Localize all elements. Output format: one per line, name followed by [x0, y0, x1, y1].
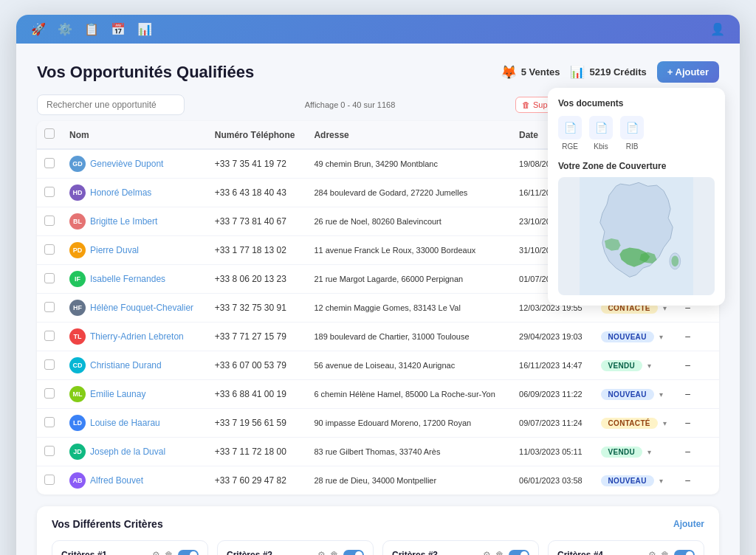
row-name[interactable]: Joseph de la Duval [90, 447, 165, 457]
doc-rge[interactable]: 📄 RGE [558, 116, 582, 151]
table-row: CD Christiane Durand +33 6 07 00 53 79 5… [37, 351, 719, 380]
criteria-trash-icon[interactable]: 🗑 [165, 550, 173, 555]
row-date: 09/07/2023 11:24 [512, 409, 594, 438]
row-status-badge: VENDU [601, 360, 643, 371]
criteria-trash-icon[interactable]: 🗑 [330, 550, 339, 555]
row-name-cell: BL Brigitte Le Imbert [62, 207, 207, 236]
row-checkbox-cell [37, 236, 62, 265]
row-name[interactable]: Emilie Launay [90, 389, 145, 399]
criteria-add-button[interactable]: Ajouter [673, 519, 704, 529]
row-checkbox[interactable] [44, 388, 55, 399]
row-date: 06/01/2023 03:58 [512, 466, 594, 495]
status-dropdown-icon[interactable]: ▾ [663, 419, 667, 427]
page-header: Vos Opportunités Qualifiées 🦊 5 Ventes 📊… [37, 61, 719, 83]
nav-user-icon[interactable]: 👤 [710, 22, 725, 36]
doc-rib[interactable]: 📄 RIB [620, 116, 644, 151]
row-checkbox-cell [37, 207, 62, 236]
row-address: 49 chemin Brun, 34290 Montblanc [306, 149, 512, 179]
row-name[interactable]: Isabelle Fernandes [90, 274, 165, 284]
row-name[interactable]: Hélène Fouquet-Chevalier [90, 303, 193, 313]
row-name-cell: LD Louise de Haarau [62, 409, 207, 438]
row-checkbox[interactable] [44, 187, 55, 197]
row-address: 56 avenue de Loiseau, 31420 Aurignac [306, 351, 512, 380]
row-checkbox[interactable] [44, 359, 55, 370]
criteria-gear-icon[interactable]: ⚙ [648, 550, 656, 555]
row-name[interactable]: Louise de Haarau [90, 418, 160, 428]
row-checkbox[interactable] [44, 446, 55, 456]
criteria-card-icons: ⚙ 🗑 [483, 550, 529, 555]
row-checkbox-cell [37, 179, 62, 207]
france-map [558, 177, 715, 295]
row-address: 21 rue Margot Lagarde, 66000 Perpignan [306, 265, 512, 294]
row-checkbox[interactable] [44, 158, 55, 168]
row-notes: – [678, 438, 719, 466]
row-checkbox[interactable] [44, 475, 55, 485]
row-name[interactable]: Brigitte Le Imbert [90, 216, 157, 227]
criteria-trash-icon[interactable]: 🗑 [495, 550, 504, 555]
criteria-toggle[interactable] [674, 550, 695, 555]
add-button[interactable]: + Ajouter [657, 61, 719, 83]
main-content: Vos Opportunités Qualifiées 🦊 5 Ventes 📊… [16, 44, 740, 555]
row-name[interactable]: Alfred Bouvet [90, 475, 143, 486]
select-all-checkbox[interactable] [44, 128, 55, 139]
criteria-gear-icon[interactable]: ⚙ [152, 550, 160, 555]
row-phone: +33 7 11 72 18 00 [207, 438, 307, 466]
row-checkbox[interactable] [44, 244, 55, 255]
row-name[interactable]: Geneviève Dupont [90, 159, 163, 169]
row-date: 06/09/2023 11:22 [512, 380, 594, 409]
status-dropdown-icon[interactable]: ▾ [659, 390, 663, 399]
criteria-card-icons: ⚙ 🗑 [317, 550, 364, 555]
nav-rocket-icon[interactable]: 🚀 [31, 22, 46, 36]
header-right: 🦊 5 Ventes 📊 5219 Crédits + Ajouter [501, 61, 719, 83]
criteria-toggle[interactable] [178, 550, 199, 555]
docs-section-title: Vos documents [558, 98, 715, 108]
row-checkbox[interactable] [44, 302, 55, 312]
search-input[interactable] [37, 94, 185, 115]
criteria-toggle[interactable] [343, 550, 364, 555]
row-checkbox[interactable] [44, 216, 55, 226]
table-row: AB Alfred Bouvet +33 7 60 29 47 82 28 ru… [37, 466, 719, 495]
row-status-badge: NOUVEAU [601, 389, 654, 400]
doc-kbis-icon: 📄 [589, 116, 613, 139]
status-dropdown-icon[interactable]: ▾ [647, 362, 651, 370]
criteria-toggle[interactable] [509, 550, 529, 555]
row-name[interactable]: Thierry-Adrien Lebreton [90, 331, 184, 342]
criteria-gear-icon[interactable]: ⚙ [317, 550, 326, 555]
doc-rib-label: RIB [626, 142, 639, 151]
row-address: 28 rue de Dieu, 34000 Montpellier [306, 466, 512, 495]
doc-kbis[interactable]: 📄 Kbis [589, 116, 613, 151]
status-dropdown-icon[interactable]: ▾ [647, 448, 651, 456]
criteria-gear-icon[interactable]: ⚙ [483, 550, 491, 555]
status-dropdown-icon[interactable]: ▾ [659, 333, 663, 341]
row-notes: – [678, 380, 719, 409]
status-dropdown-icon[interactable]: ▾ [659, 477, 663, 485]
row-name[interactable]: Honoré Delmas [90, 187, 151, 198]
header-checkbox-cell [37, 121, 62, 149]
nav-chart-icon[interactable]: 📊 [137, 22, 152, 36]
row-name-cell: JD Joseph de la Duval [62, 438, 207, 466]
row-address: 90 impasse Edouard Moreno, 17200 Royan [306, 409, 512, 438]
table-row: JD Joseph de la Duval +33 7 11 72 18 00 … [37, 438, 719, 466]
row-checkbox[interactable] [44, 331, 55, 341]
trash-icon: 🗑 [522, 100, 530, 109]
criteria-card-icons: ⚙ 🗑 [152, 550, 199, 555]
row-avatar: AB [69, 472, 86, 489]
row-checkbox-cell [37, 149, 62, 179]
criteria-trash-icon[interactable]: 🗑 [661, 550, 670, 555]
row-checkbox-cell [37, 323, 62, 351]
row-checkbox[interactable] [44, 273, 55, 283]
criteria-card-2: Critères #2 ⚙ 🗑 Type d'installation Inst… [217, 540, 374, 555]
row-checkbox[interactable] [44, 417, 55, 427]
row-phone: +33 7 60 29 47 82 [207, 466, 307, 495]
row-address: 83 rue Gilbert Thomas, 33740 Arès [306, 438, 512, 466]
row-name[interactable]: Christiane Durand [90, 360, 162, 370]
nav-calendar-icon[interactable]: 📅 [111, 22, 126, 36]
nav-settings-icon[interactable]: ⚙️ [58, 22, 72, 36]
row-notes: – [678, 409, 719, 438]
criteria-header: Vos Différents Critères Ajouter [52, 518, 704, 530]
row-name-cell: HD Honoré Delmas [62, 179, 207, 207]
nav-docs-icon[interactable]: 📋 [84, 22, 99, 36]
nav-icons-left: 🚀 ⚙️ 📋 📅 📊 [31, 22, 152, 36]
row-address: 12 chemin Maggie Gomes, 83143 Le Val [306, 294, 512, 323]
row-name[interactable]: Pierre Duval [90, 245, 139, 255]
